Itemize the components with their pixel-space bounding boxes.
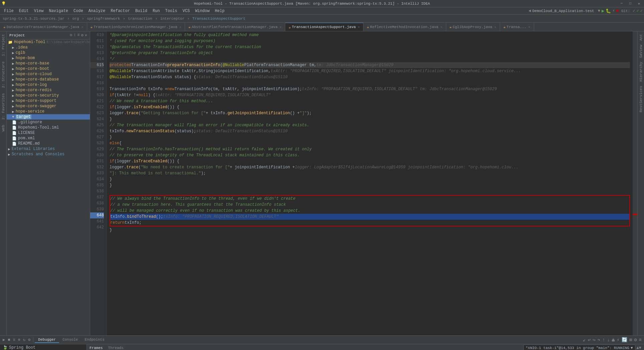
close-tab-6[interactable]: ✕ [494, 25, 496, 29]
close-tab-5[interactable]: ✕ [440, 25, 442, 29]
thread-up-icon[interactable]: ▲ [637, 346, 639, 350]
tab-abstract-platform-transaction-manager[interactable]: ☕ AbstractPlatformTransactionManager.jav… [185, 23, 285, 31]
menu-help[interactable]: Help [212, 8, 227, 14]
menu-window[interactable]: Window [192, 8, 212, 14]
menu-navigate[interactable]: Navigate [46, 8, 71, 14]
menu-build[interactable]: Build [133, 8, 150, 14]
menu-refactor[interactable]: Refactor [108, 8, 133, 14]
threads-tab[interactable]: Threads [108, 346, 124, 350]
dbg-icon-6[interactable]: ↓ [606, 337, 611, 343]
close-tab-3[interactable]: ✕ [280, 25, 282, 29]
close-tab-4[interactable]: ✕ [358, 25, 360, 29]
project-collapse-icon[interactable]: ≡ [77, 33, 79, 38]
run-config-selector[interactable]: DemoCloud_B_Application-test ▼ [532, 9, 600, 13]
dbg-icon-8[interactable]: ⚡ [616, 337, 620, 343]
maximize-button[interactable]: □ [627, 1, 634, 6]
thread-dropdown[interactable]: *XNIO-1 task-1"@14,533 in group "main": … [523, 345, 635, 350]
favorites-strip-icon[interactable]: 2: Favorites [1, 92, 6, 121]
tree-readme[interactable]: 📄 README.md [7, 141, 90, 146]
dbg-icon-5[interactable]: ↑ [601, 337, 606, 343]
tree-external-libraries[interactable]: ▶ External Libraries [7, 146, 90, 152]
project-close-icon[interactable]: ✕ [85, 33, 87, 38]
dbg-icon-1[interactable]: ↙ [582, 337, 587, 343]
project-sort-icon[interactable]: ↕ [73, 33, 76, 38]
thread-down-icon[interactable]: ▼ [639, 346, 641, 350]
tree-hope-core-log[interactable]: ▶ hope-core-log [7, 82, 90, 88]
project-root[interactable]: 📁 Hopehomi-Tool E:\idea-workspace\hopeho… [7, 39, 90, 45]
frames-tab[interactable]: Frames [90, 346, 103, 350]
tree-hope-core-database[interactable]: ▶ hope-core-database [7, 77, 90, 82]
close-tab-2[interactable]: ✕ [179, 25, 181, 29]
tab-cglib-aop-proxy[interactable]: ☕ CglibAopProxy.java ✕ [446, 23, 500, 31]
dbg-icon-2[interactable]: ↩ [587, 337, 592, 343]
tree-cglb[interactable]: ▶ cglb [7, 50, 90, 55]
saveview-strip-icon[interactable]: SaView [638, 43, 644, 59]
ant-strip-icon[interactable]: Ant [638, 33, 644, 42]
git-check1[interactable]: ✓ [633, 8, 635, 13]
minimize-button[interactable]: ─ [618, 1, 625, 6]
nav-back-icon[interactable]: ◄ [529, 9, 531, 13]
menu-run[interactable]: Run [150, 8, 163, 14]
dbg-icon-10[interactable]: ⊞ [628, 337, 633, 343]
tree-pom-xml[interactable]: 📄 pom.xml [7, 136, 90, 141]
menu-code[interactable]: Code [71, 8, 86, 14]
tab-console[interactable]: Console [59, 337, 81, 343]
dbg-icon-7[interactable]: ⏏ [611, 337, 616, 343]
tree-hope-core-swagger[interactable]: ▶ hope-core-swagger [7, 104, 90, 109]
git-check2[interactable]: ✓ [637, 8, 639, 13]
git-check3[interactable]: ✓ [640, 8, 643, 13]
menu-vcs[interactable]: VCS [180, 8, 193, 14]
run-button[interactable]: ▶ [602, 8, 604, 14]
close-tab-1[interactable]: ✕ [81, 25, 83, 29]
stop-button[interactable]: ■ [616, 9, 619, 13]
debug-button[interactable]: 🐛 [606, 8, 611, 14]
tab-endpoints[interactable]: Endpoints [81, 337, 108, 343]
tree-hope-service[interactable]: ▶ hope-service [7, 109, 90, 114]
structure-strip-icon[interactable]: 2: Structure [1, 60, 6, 89]
tab-transa[interactable]: ☕ Transa... ✕ [500, 23, 534, 31]
dbg-icon-3[interactable]: ↪ [592, 337, 596, 343]
menu-file[interactable]: File [1, 8, 16, 14]
tree-hope-bom[interactable]: ▶ hope-bom [7, 55, 90, 61]
dbg-icon-4[interactable]: ↷ [597, 337, 601, 343]
tree-target[interactable]: ▼ target [7, 114, 90, 120]
tab-transaction-aspect-support[interactable]: ☕ TransactionAspectSupport.java ✕ [285, 23, 363, 31]
project-settings-icon[interactable]: ⚙ [81, 33, 84, 38]
tab-debugger[interactable]: Debugger [35, 337, 59, 343]
services-icon-2[interactable]: ■ [6, 337, 11, 343]
services-icon-1[interactable]: ▶ [1, 337, 6, 343]
tree-hope-core-base[interactable]: ▶ hope-core-base [7, 61, 90, 66]
configure-icon[interactable]: ≡ [638, 337, 643, 343]
tree-license[interactable]: 📄 LICENSE [7, 130, 90, 136]
dbg-icon-9[interactable]: 🔄 [621, 337, 628, 343]
project-scope-icon[interactable]: ⊙ [70, 33, 72, 38]
close-tab-7[interactable]: ✕ [528, 25, 530, 29]
menu-view[interactable]: View [31, 8, 46, 14]
tree-hope-core-boot[interactable]: ▶ hope-core-boot [7, 66, 90, 71]
coverage-button[interactable]: ⚡ [612, 8, 615, 13]
services-icon-4[interactable]: ⊕ [17, 337, 22, 343]
services-icon-5[interactable]: ↻ [22, 337, 27, 343]
close-button[interactable]: ✕ [635, 1, 643, 6]
tree-idea[interactable]: ▶ .idea [7, 45, 90, 50]
hierarchy-strip-icon[interactable]: Hierarchy [638, 60, 644, 83]
code-content[interactable]: * @param joinpointIdentification the ful… [107, 31, 633, 335]
tree-gitignore[interactable]: 📄 .gitignore [7, 120, 90, 125]
services-icon-6[interactable]: ⚙ [27, 337, 32, 343]
menu-edit[interactable]: Edit [16, 8, 31, 14]
tree-hope-core-cloud[interactable]: ▶ hope-core-cloud [7, 71, 90, 77]
menu-tools[interactable]: Tools [163, 8, 180, 14]
tree-hope-core-security[interactable]: ▶ hope-core-security [7, 93, 90, 98]
menu-analyze[interactable]: Analyze [86, 8, 108, 14]
tab-transaction-synchronization-manager[interactable]: ☕ TransactionSynchronizationManager.java… [87, 23, 185, 31]
settings-icon[interactable]: ⚙ [633, 337, 638, 343]
web-strip-icon[interactable]: Web [1, 124, 6, 133]
project-strip-icon[interactable]: 1: Project [1, 33, 6, 57]
tab-reflective-method-invocation[interactable]: ☕ ReflectiveMethodInvocation.java ✕ [363, 23, 446, 31]
tree-hopehomi-tool-iml[interactable]: 📄 Hopehomi-Tool.iml [7, 125, 90, 130]
svc-spring-boot[interactable]: 🍃 Spring Boot [0, 344, 87, 350]
services-icon-3[interactable]: ≡ [11, 337, 16, 343]
tree-scratches[interactable]: ▶ Scratches and Consoles [7, 152, 90, 157]
restservices-strip-icon[interactable]: RestServices [638, 84, 644, 114]
tree-hope-core-support[interactable]: ▶ hope-core-support [7, 98, 90, 104]
